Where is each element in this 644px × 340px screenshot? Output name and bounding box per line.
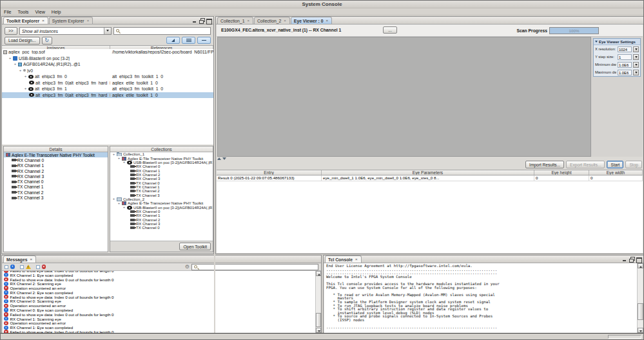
- tab-collection-2[interactable]: Collection_2×: [254, 17, 290, 24]
- chevron-down-icon[interactable]: [633, 62, 639, 68]
- details-item[interactable]: TX Channel 1: [4, 185, 108, 190]
- open-toolkit-button[interactable]: Open Toolkit: [179, 243, 211, 250]
- instance-filter-combo[interactable]: Show all instances: [19, 27, 112, 35]
- column-header-eye-height[interactable]: Eye height: [534, 170, 589, 175]
- scroll-up-icon[interactable]: [316, 271, 321, 276]
- scroll-down-icon[interactable]: [316, 328, 321, 333]
- settings-field-value[interactable]: 1.0E6: [618, 70, 632, 75]
- message-row[interactable]: RX Channel 1: Scanning eye: [3, 317, 315, 321]
- splitter-down-icon[interactable]: [222, 157, 226, 160]
- start-button[interactable]: Start: [607, 161, 623, 168]
- collection-toolkit[interactable]: +Agilex E-Tile Transceiver Native PHY To…: [110, 201, 213, 205]
- details-item[interactable]: RX Channel 0: [4, 157, 108, 163]
- tree-item[interactable]: +alt_ehipc3_fm_0alt_ehipc3_fm_toolkit_1_…: [2, 74, 213, 80]
- message-row[interactable]: Failed to show eye data: Index 0 out of …: [3, 277, 315, 282]
- close-icon[interactable]: ×: [30, 257, 34, 262]
- tree-item[interactable]: +alt_ehipc3_fm_1alt_ehipc3_fm_toolkit_1_…: [2, 86, 213, 92]
- expand-all-button[interactable]: [182, 37, 195, 44]
- message-row[interactable]: RX Channel 1: Eye scan completed: [3, 273, 315, 277]
- close-icon[interactable]: ×: [86, 18, 90, 23]
- tree-item[interactable]: alt_ehipc3_fm_0|alt_ehipc3_fm_hard_inst|…: [2, 92, 213, 99]
- tab-collection-1[interactable]: Collection_1×: [217, 17, 253, 24]
- collapse-filter-button[interactable]: >>: [5, 27, 17, 35]
- warning-filter-checkbox[interactable]: [20, 265, 24, 269]
- message-row[interactable]: Failed to show eye data: Index 0 out of …: [3, 312, 315, 317]
- expander-icon[interactable]: +: [24, 87, 27, 90]
- menu-help[interactable]: Help: [52, 9, 61, 15]
- details-item[interactable]: RX Channel 1: [4, 163, 108, 168]
- details-item[interactable]: RX Channel 2: [4, 168, 108, 174]
- details-item[interactable]: TX Channel 3: [4, 195, 108, 200]
- details-item[interactable]: TX Channel 2: [4, 190, 108, 195]
- maximize-icon[interactable]: [206, 18, 211, 23]
- settings-field-value[interactable]: 1024: [618, 46, 632, 52]
- menu-file[interactable]: File: [4, 9, 12, 15]
- error-filter-checkbox[interactable]: [36, 265, 40, 269]
- expander-icon[interactable]: +: [8, 57, 12, 60]
- tab-eye-viewer-0[interactable]: Eye Viewer : 0×: [291, 17, 332, 24]
- scroll-up-icon[interactable]: [638, 263, 643, 268]
- details-item[interactable]: RX Channel 3: [4, 174, 108, 179]
- close-icon[interactable]: ×: [355, 257, 358, 262]
- gear-icon[interactable]: ⚙: [185, 265, 190, 270]
- import-results-button[interactable]: Import Results...: [525, 161, 564, 168]
- message-row[interactable]: Failed to show eye data: Index 0 out of …: [3, 295, 315, 299]
- tab-messages[interactable]: Messages ×: [3, 255, 36, 263]
- settings-field-value[interactable]: 1: [618, 54, 632, 60]
- close-icon[interactable]: ×: [246, 18, 250, 23]
- messages-searchbox[interactable]: [191, 264, 318, 270]
- message-row[interactable]: RX Channel 2: Scanning eye: [3, 281, 315, 286]
- scrollbar-thumb[interactable]: [316, 313, 321, 327]
- expander-icon[interactable]: +: [112, 153, 115, 156]
- close-icon[interactable]: ×: [283, 18, 287, 23]
- expander-icon[interactable]: +: [117, 202, 121, 205]
- expander-icon[interactable]: +: [112, 197, 115, 201]
- scan-chain-button[interactable]: [166, 37, 180, 44]
- maximize-icon[interactable]: [636, 257, 641, 262]
- collection-path[interactable]: +USB-BlasterII on poc [3-2]|AGFB014R24A(…: [110, 205, 213, 209]
- minimize-icon[interactable]: [192, 18, 197, 23]
- expander-icon[interactable]: +: [122, 206, 126, 209]
- chevron-down-icon[interactable]: [633, 46, 639, 52]
- column-header-entry[interactable]: Entry: [217, 170, 322, 175]
- close-icon[interactable]: ×: [325, 18, 329, 23]
- tab-tcl-console[interactable]: Tcl Console ×: [325, 255, 362, 263]
- menu-view[interactable]: View: [35, 9, 44, 15]
- menu-tools[interactable]: Tools: [18, 9, 29, 15]
- expander-icon[interactable]: +: [122, 161, 126, 164]
- expander-icon[interactable]: +: [14, 63, 17, 66]
- refresh-button[interactable]: ↻: [42, 37, 52, 45]
- expander-icon[interactable]: +: [117, 157, 121, 160]
- instance-searchbox[interactable]: [113, 27, 211, 35]
- close-icon[interactable]: ×: [41, 18, 45, 23]
- message-row[interactable]: RX Channel 1: Eye scan completed: [3, 325, 315, 330]
- scroll-down-icon[interactable]: [638, 328, 643, 333]
- info-filter-checkbox[interactable]: [5, 265, 8, 269]
- chevron-down-icon[interactable]: [104, 28, 111, 34]
- chevron-down-icon[interactable]: [633, 54, 639, 60]
- details-item[interactable]: Agilex E-Tile Transceiver Native PHY Too…: [4, 152, 108, 157]
- scrollbar-thumb[interactable]: [638, 303, 643, 320]
- collapse-triangle-icon[interactable]: [595, 41, 598, 43]
- tree-item[interactable]: alt_ehipc3_fm_0|alt_ehipc3_fm_hard_inst|…: [2, 80, 213, 86]
- column-header-eye-width[interactable]: Eye width: [589, 170, 643, 175]
- message-row[interactable]: Operation encountered an error: [3, 286, 315, 290]
- tab-system-explorer[interactable]: System Explorer×: [49, 17, 93, 24]
- instance-search-input[interactable]: [121, 28, 208, 34]
- load-design-button[interactable]: Load Design...: [5, 37, 40, 45]
- message-row[interactable]: RX Channel 0: Scanning eye: [3, 299, 315, 304]
- message-row[interactable]: RX Channel 0: Eye scan completed: [3, 308, 315, 312]
- restore-icon[interactable]: [199, 18, 204, 23]
- collection-toolkit[interactable]: +Agilex E-Tile Transceiver Native PHY To…: [110, 156, 213, 160]
- tree-item[interactable]: +AGFB014R24A(.|R1|R2)..@1: [2, 61, 213, 68]
- message-row[interactable]: Operation encountered an error: [3, 303, 315, 308]
- collection-path[interactable]: +USB-BlasterII on poc [3-2]|AGFB014R24A(…: [110, 161, 213, 165]
- restore-icon[interactable]: [629, 257, 634, 262]
- more-button[interactable]: ...: [383, 26, 397, 34]
- tcl-console-output[interactable]: End User License Agreement at http://fpg…: [324, 263, 637, 333]
- results-splitter[interactable]: [217, 157, 226, 160]
- tab-toolkit-explorer[interactable]: Toolkit Explorer×: [3, 17, 48, 24]
- column-header-eye-parameters[interactable]: Eye Parameters: [322, 170, 534, 175]
- expander-icon[interactable]: +: [19, 69, 22, 72]
- result-row[interactable]: Result 0 (2025-01-22 09:07:05.486067133)…: [217, 175, 643, 181]
